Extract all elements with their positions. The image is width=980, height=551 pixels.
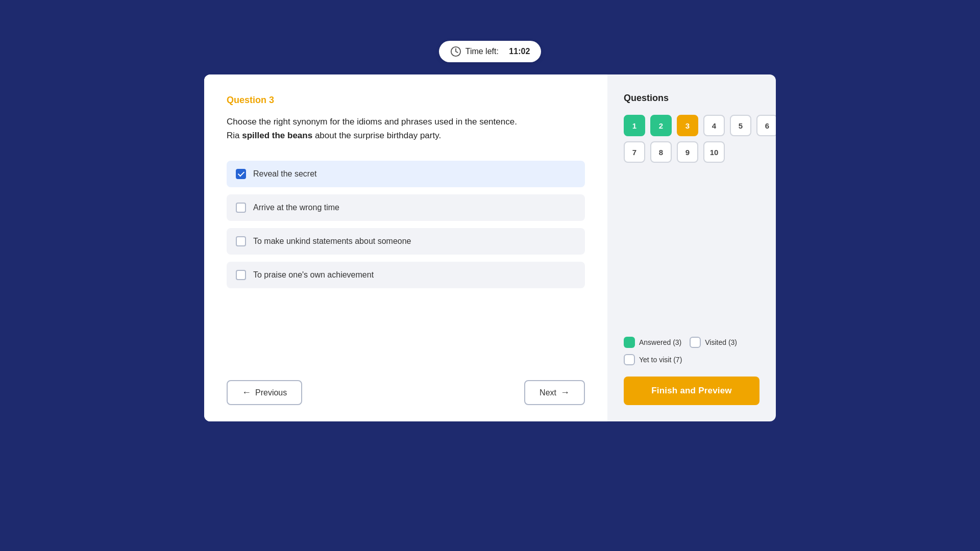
option-item[interactable]: Arrive at the wrong time	[227, 194, 585, 221]
yet-label: Yet to visit (7)	[639, 356, 682, 364]
question-number-2[interactable]: 2	[650, 115, 672, 136]
answered-dot	[624, 337, 635, 348]
sentence-prefix: Ria	[227, 131, 242, 140]
previous-button[interactable]: Previous	[227, 380, 302, 405]
arrow-left-icon	[242, 387, 251, 398]
option-label: Reveal the secret	[253, 169, 317, 179]
finish-label: Finish and Preview	[651, 386, 732, 395]
option-item[interactable]: Reveal the secret	[227, 161, 585, 187]
visited-label: Visited (3)	[705, 338, 737, 346]
sidebar-title: Questions	[624, 93, 760, 104]
legend-visited: Visited (3)	[690, 337, 737, 348]
question-number-8[interactable]: 8	[650, 141, 672, 163]
sentence-phrase: spilled the beans	[242, 131, 312, 140]
option-label: To make unkind statements about someone	[253, 237, 411, 246]
visited-dot	[690, 337, 701, 348]
question-grid: 12345678910	[624, 115, 760, 163]
next-button[interactable]: Next	[524, 380, 585, 405]
question-text: Choose the right synonym for the idioms …	[227, 115, 585, 142]
question-number-7[interactable]: 7	[624, 141, 645, 163]
timer-bar: Time left: 11:02	[439, 41, 542, 62]
question-number-1[interactable]: 1	[624, 115, 645, 136]
question-number-4[interactable]: 4	[703, 115, 725, 136]
legend-yet: Yet to visit (7)	[624, 354, 682, 365]
question-number-6[interactable]: 6	[756, 115, 776, 136]
options-list: Reveal the secretArrive at the wrong tim…	[227, 161, 585, 366]
option-label: Arrive at the wrong time	[253, 203, 339, 212]
next-label: Next	[540, 388, 556, 397]
option-item[interactable]: To praise one's own achievement	[227, 262, 585, 288]
finish-preview-button[interactable]: Finish and Preview	[624, 377, 760, 405]
nav-buttons: Previous Next	[227, 366, 585, 421]
timer-icon	[450, 46, 461, 57]
option-checkbox	[236, 270, 246, 280]
option-item[interactable]: To make unkind statements about someone	[227, 228, 585, 255]
question-instruction: Choose the right synonym for the idioms …	[227, 117, 517, 127]
option-label: To praise one's own achievement	[253, 270, 374, 280]
main-card: Question 3 Choose the right synonym for …	[204, 74, 776, 421]
timer-label: Time left:	[465, 47, 499, 56]
yet-dot	[624, 354, 635, 365]
option-checkbox	[236, 236, 246, 246]
question-number-5[interactable]: 5	[730, 115, 751, 136]
legend-answered: Answered (3)	[624, 337, 681, 348]
previous-label: Previous	[255, 388, 287, 397]
legend-row-2: Yet to visit (7)	[624, 354, 760, 365]
question-label: Question 3	[227, 95, 585, 106]
sentence-suffix: about the surprise birthday party.	[312, 131, 441, 140]
legend: Answered (3) Visited (3) Yet to visit (7…	[624, 337, 760, 365]
option-checkbox	[236, 203, 246, 213]
legend-row-1: Answered (3) Visited (3)	[624, 337, 760, 348]
question-section: Question 3 Choose the right synonym for …	[204, 74, 607, 421]
arrow-right-icon	[560, 387, 570, 398]
question-number-3[interactable]: 3	[677, 115, 698, 136]
sidebar: Questions 12345678910 Answered (3) Visit…	[607, 74, 776, 421]
option-checkbox	[236, 169, 246, 179]
question-number-10[interactable]: 10	[703, 141, 725, 163]
timer-value: 11:02	[509, 47, 530, 56]
answered-label: Answered (3)	[639, 338, 681, 346]
question-number-9[interactable]: 9	[677, 141, 698, 163]
